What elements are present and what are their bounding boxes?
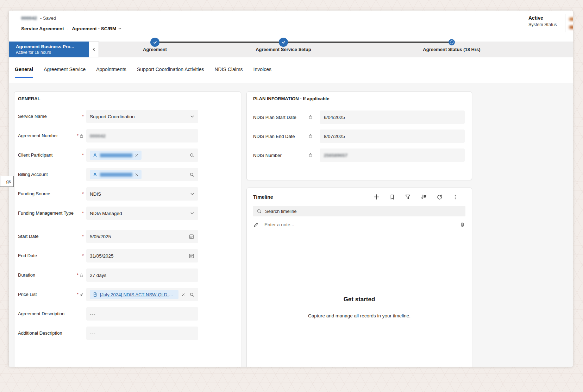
field-label: Client Participant — [18, 152, 75, 159]
status-value: Active — [528, 15, 557, 21]
header-divider — [565, 14, 565, 32]
timeline-note-input[interactable]: Enter a note... — [253, 216, 465, 233]
additional-description-field[interactable]: --- — [86, 327, 198, 340]
field-label: Service Name — [18, 113, 75, 120]
filter-icon[interactable] — [405, 194, 411, 200]
start-date-field[interactable]: 5/05/2025 — [86, 230, 198, 243]
ndis-number-redacted: 256589657 — [324, 153, 348, 158]
plan-section-title: PLAN INFORMATION - If applicable — [253, 96, 465, 101]
ndis-number-field[interactable]: 256589657 — [320, 148, 465, 162]
agreement-number-field[interactable]: 000042 — [86, 129, 198, 143]
client-participant-lookup[interactable] — [86, 148, 198, 162]
search-icon[interactable] — [189, 292, 195, 297]
field-row-funding-management-type: Funding Management Type * NDIA Managed — [18, 207, 234, 220]
lookup-pill[interactable] — [90, 170, 142, 179]
remove-icon[interactable] — [181, 293, 185, 297]
remove-icon[interactable] — [135, 153, 139, 157]
required-marker: * — [82, 210, 84, 216]
ndis-plan-end-date-field[interactable]: 8/07/2025 — [320, 129, 465, 143]
tab-invoices[interactable]: Invoices — [253, 67, 271, 78]
tab-agreement-service[interactable]: Agreement Service — [44, 67, 86, 78]
process-stage-chip[interactable]: Agreement Business Pro... Active for 18 … — [9, 42, 89, 57]
service-name-dropdown[interactable]: Support Coordination — [86, 110, 198, 123]
required-marker: * — [77, 292, 79, 297]
chevron-down-icon — [118, 27, 122, 31]
field-label: Start Date — [18, 233, 75, 240]
stage-agreement-service-setup-label[interactable]: Agreement Service Setup — [227, 47, 340, 52]
field-label: Additional Description — [18, 330, 75, 337]
add-icon[interactable] — [373, 194, 380, 200]
tab-appointments[interactable]: Appointments — [96, 67, 126, 78]
chevron-down-icon — [190, 191, 195, 196]
stage-agreement-status-label[interactable]: Agreement Status (18 Hrs) — [395, 47, 508, 52]
contact-icon — [93, 172, 98, 177]
lock-icon — [79, 134, 84, 138]
tab-ndis-claims[interactable]: NDIS Claims — [214, 67, 243, 78]
field-label: NDIS Plan End Date — [253, 134, 308, 139]
stage-agreement-service-setup-circle[interactable] — [279, 38, 288, 47]
funding-source-dropdown[interactable]: NDIS — [86, 187, 198, 201]
process-collapse-button[interactable] — [89, 42, 99, 57]
bookmark-icon[interactable] — [389, 194, 395, 200]
agreement-number-redacted: 000042 — [90, 133, 106, 139]
check-icon — [281, 40, 286, 45]
lookup-pill[interactable]: [July 2024] NDIS ACT-NSW-QLD-VIC... — [90, 290, 178, 299]
field-label: NDIS Plan Start Date — [253, 115, 308, 120]
field-row-client-participant: Client Participant * — [18, 148, 234, 162]
general-section-title: GENERAL — [18, 96, 234, 101]
agreement-description-field[interactable]: --- — [86, 307, 198, 321]
form-selector[interactable]: Agreement - SC/BM — [72, 26, 122, 31]
timeline-search-input[interactable]: Search timeline — [253, 206, 465, 216]
end-date-field[interactable]: 31/05/2025 — [86, 249, 198, 263]
edge-tooltip-fragment: gs — [0, 176, 14, 187]
tab-general[interactable]: General — [15, 67, 33, 78]
chevron-down-icon — [190, 211, 195, 216]
key-icon — [79, 292, 84, 297]
billing-account-lookup[interactable] — [86, 168, 198, 181]
stage-agreement-circle[interactable] — [150, 38, 159, 47]
stage-agreement-status-circle[interactable] — [449, 39, 455, 45]
paperclip-icon[interactable] — [459, 222, 465, 228]
lookup-pill[interactable] — [90, 151, 142, 160]
more-options-icon[interactable] — [452, 194, 458, 200]
price-list-lookup[interactable]: [July 2024] NDIS ACT-NSW-QLD-VIC... — [86, 288, 198, 301]
remove-icon[interactable] — [135, 173, 139, 177]
billing-account-name-redacted — [100, 173, 132, 177]
field-label: Agreement Description — [18, 311, 75, 317]
duration-field[interactable]: 27 days — [86, 268, 198, 282]
stage-agreement-label[interactable]: Agreement — [99, 47, 211, 52]
lock-icon — [308, 153, 313, 158]
price-list-link[interactable]: [July 2024] NDIS ACT-NSW-QLD-VIC... — [100, 292, 176, 297]
tab-support-coordination-activities[interactable]: Support Coordination Activities — [137, 67, 204, 78]
funding-management-type-dropdown[interactable]: NDIA Managed — [86, 207, 198, 220]
field-row-ndis-plan-start-date: NDIS Plan Start Date 6/04/2025 — [253, 110, 465, 124]
field-row-funding-source: Funding Source * NDIS — [18, 187, 234, 201]
process-duration: Active for 18 hours — [16, 50, 89, 55]
system-status: Active System Status — [528, 15, 557, 27]
plan-information-section: PLAN INFORMATION - If applicable NDIS Pl… — [246, 91, 472, 180]
search-icon[interactable] — [189, 153, 195, 158]
record-title: 000042 - Saved — [21, 15, 56, 21]
timeline-note-placeholder: Enter a note... — [264, 222, 294, 227]
redacted-header-field — [569, 18, 573, 21]
lock-icon — [308, 115, 313, 120]
refresh-icon[interactable] — [436, 194, 443, 200]
field-row-agreement-description: Agreement Description --- — [18, 307, 234, 321]
chevron-down-icon — [190, 114, 195, 119]
ndis-plan-start-date-field[interactable]: 6/04/2025 — [320, 110, 465, 124]
check-icon — [152, 40, 158, 45]
calendar-icon[interactable] — [188, 253, 195, 259]
field-row-billing-account: Billing Account — [18, 168, 234, 181]
chevron-left-icon — [92, 47, 96, 52]
field-label: Funding Management Type — [18, 210, 75, 217]
timeline-empty-title: Get started — [247, 296, 472, 303]
field-label: Price List — [18, 291, 75, 298]
field-row-agreement-number: Agreement Number * 000042 — [18, 129, 234, 143]
search-icon[interactable] — [189, 172, 195, 177]
required-marker: * — [82, 253, 84, 258]
form-tabs: General Agreement Service Appointments S… — [15, 57, 271, 78]
app-window: 000042 - Saved Service Agreement · Agree… — [9, 11, 573, 367]
calendar-icon[interactable] — [188, 233, 195, 240]
field-row-start-date: Start Date * 5/05/2025 — [18, 230, 234, 243]
sort-descending-icon[interactable] — [420, 194, 427, 200]
